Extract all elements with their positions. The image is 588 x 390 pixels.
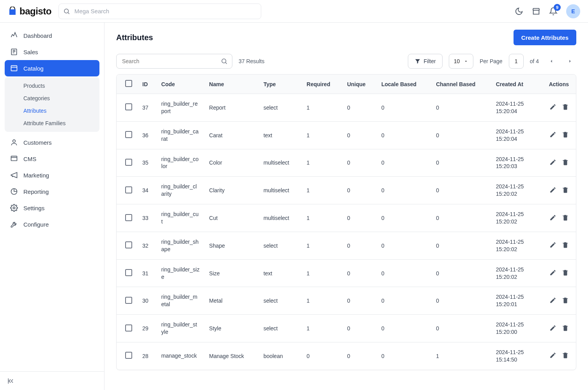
delete-button[interactable] <box>562 159 569 166</box>
cell-name: Report <box>204 94 259 122</box>
table-search-input[interactable] <box>116 54 232 69</box>
col-locale[interactable]: Locale Based <box>377 74 431 94</box>
subnav-products[interactable]: Products <box>5 80 99 92</box>
pencil-icon <box>549 186 556 193</box>
edit-button[interactable] <box>549 214 556 221</box>
table-row: 30ring_builder_metalMetalselect10002024-… <box>117 287 576 315</box>
trash-icon <box>562 324 569 332</box>
col-name[interactable]: Name <box>204 74 259 94</box>
row-checkbox[interactable] <box>125 214 132 221</box>
create-attributes-button[interactable]: Create Attributes <box>514 30 576 45</box>
cell-unique: 0 <box>342 149 377 177</box>
select-all-checkbox[interactable] <box>125 80 132 87</box>
row-checkbox[interactable] <box>125 269 132 276</box>
per-page-select[interactable]: 10 <box>449 54 474 69</box>
col-required[interactable]: Required <box>302 74 342 94</box>
subnav-categories[interactable]: Categories <box>5 92 99 105</box>
notification-badge: 9 <box>554 4 561 11</box>
delete-button[interactable] <box>562 214 569 221</box>
col-created[interactable]: Created At <box>491 74 537 94</box>
col-type[interactable]: Type <box>259 74 302 94</box>
cell-required: 1 <box>302 204 342 232</box>
row-checkbox[interactable] <box>125 297 132 304</box>
cell-required: 1 <box>302 94 342 122</box>
table-row: 32ring_builder_shapeShapeselect10002024-… <box>117 232 576 259</box>
nav-reporting[interactable]: Reporting <box>5 183 99 200</box>
svg-point-1 <box>64 9 69 13</box>
cell-created: 2024-11-2515:20:01 <box>491 287 537 315</box>
cell-code: ring_builder_color <box>157 149 205 177</box>
cell-type: text <box>259 259 302 287</box>
cell-locale: 0 <box>377 94 431 122</box>
sidebar-collapse[interactable] <box>0 371 104 390</box>
attributes-table: ID Code Name Type Required Unique Locale… <box>116 74 576 370</box>
delete-button[interactable] <box>562 324 569 332</box>
nav-marketing[interactable]: Marketing <box>5 167 99 183</box>
subnav-attributes[interactable]: Attributes <box>5 105 99 117</box>
dark-mode-toggle[interactable] <box>515 7 523 16</box>
cell-name: Size <box>204 259 259 287</box>
row-checkbox[interactable] <box>125 352 132 359</box>
delete-button[interactable] <box>562 352 569 359</box>
filter-button[interactable]: Filter <box>408 54 443 69</box>
cell-unique: 0 <box>342 259 377 287</box>
cell-channel: 0 <box>431 149 491 177</box>
delete-button[interactable] <box>562 186 569 193</box>
edit-button[interactable] <box>549 297 556 304</box>
table-search <box>116 54 232 69</box>
brand-logo[interactable]: bagisto <box>8 6 51 17</box>
subnav-attribute-families[interactable]: Attribute Families <box>5 117 99 129</box>
col-channel[interactable]: Channel Based <box>431 74 491 94</box>
delete-button[interactable] <box>562 103 569 110</box>
trash-icon <box>562 269 569 276</box>
cell-id: 34 <box>138 177 157 204</box>
row-checkbox[interactable] <box>125 131 132 138</box>
nav-cms[interactable]: CMS <box>5 151 99 167</box>
col-code[interactable]: Code <box>157 74 205 94</box>
edit-button[interactable] <box>549 241 556 248</box>
trash-icon <box>562 159 569 166</box>
cell-locale: 0 <box>377 232 431 259</box>
cell-required: 1 <box>302 232 342 259</box>
row-checkbox[interactable] <box>125 103 132 110</box>
delete-button[interactable] <box>562 241 569 248</box>
row-checkbox[interactable] <box>125 241 132 248</box>
col-id[interactable]: ID <box>138 74 157 94</box>
table-row: 36ring_builder_caratCarattext10002024-11… <box>117 121 576 149</box>
row-checkbox[interactable] <box>125 324 132 332</box>
storefront-icon[interactable] <box>532 7 540 16</box>
global-search-input[interactable] <box>58 4 261 19</box>
search-icon <box>63 8 70 15</box>
edit-button[interactable] <box>549 186 556 193</box>
nav-dashboard[interactable]: Dashboard <box>5 27 99 44</box>
notifications-button[interactable]: 9 <box>549 7 558 16</box>
page-current[interactable]: 1 <box>509 54 524 69</box>
delete-button[interactable] <box>562 131 569 138</box>
edit-button[interactable] <box>549 159 556 166</box>
chevron-down-icon <box>464 59 468 64</box>
page-prev[interactable] <box>545 55 558 67</box>
edit-button[interactable] <box>549 352 556 359</box>
nav-configure[interactable]: Configure <box>5 216 99 232</box>
delete-button[interactable] <box>562 269 569 276</box>
user-avatar[interactable]: E <box>566 4 580 18</box>
table-row: 34ring_builder_clarityClaritymultiselect… <box>117 177 576 204</box>
cell-required: 1 <box>302 121 342 149</box>
nav-catalog[interactable]: Catalog <box>5 60 99 76</box>
edit-button[interactable] <box>549 131 556 138</box>
row-checkbox[interactable] <box>125 186 132 193</box>
cell-channel: 1 <box>431 342 491 370</box>
delete-button[interactable] <box>562 297 569 304</box>
edit-button[interactable] <box>549 103 556 110</box>
cell-unique: 0 <box>342 287 377 315</box>
nav-settings[interactable]: Settings <box>5 200 99 216</box>
edit-button[interactable] <box>549 324 556 332</box>
page-next[interactable] <box>564 55 576 67</box>
nav-sales[interactable]: Sales <box>5 44 99 60</box>
cell-code: ring_builder_report <box>157 94 205 122</box>
row-checkbox[interactable] <box>125 159 132 166</box>
col-unique[interactable]: Unique <box>342 74 377 94</box>
customers-icon <box>10 138 18 146</box>
edit-button[interactable] <box>549 269 556 276</box>
nav-customers[interactable]: Customers <box>5 134 99 151</box>
